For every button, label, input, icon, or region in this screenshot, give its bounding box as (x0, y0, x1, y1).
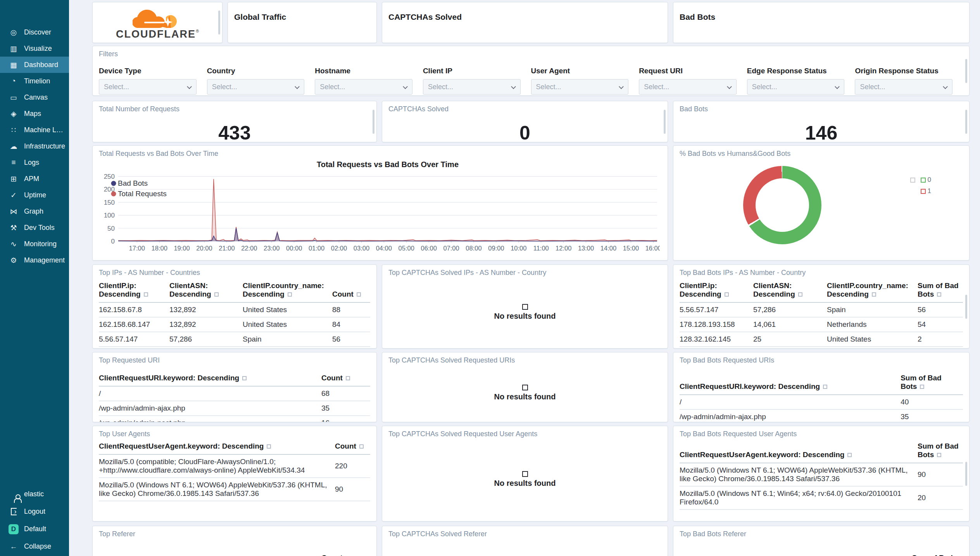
logs-lines-icon: ≡ (9, 158, 19, 167)
data-table: ClientRequestUserAgent.keyword: Descendi… (680, 440, 963, 510)
svg-text:14:00: 14:00 (600, 245, 616, 252)
panel-scrollbar[interactable] (373, 110, 374, 134)
data-table: ClientRequestUserAgent.keyword: Descendi… (99, 440, 370, 501)
svg-text:04:00: 04:00 (376, 245, 392, 252)
filter-select-user-agent[interactable]: Select... (531, 79, 629, 95)
sidebar-footer-elastic[interactable]: elastic (0, 485, 69, 503)
filter-field-edge-response-status: Edge Response StatusSelect... (747, 67, 845, 95)
sidebar-item-canvas[interactable]: ▭Canvas (0, 89, 69, 105)
sidebar-footer-logout[interactable]: Logout (0, 503, 69, 520)
column-header-count[interactable]: Count (332, 280, 370, 302)
sidebar-item-infrastructure[interactable]: ☁Infrastructure (0, 138, 69, 154)
panel-scrollbar[interactable] (965, 462, 967, 486)
sidebar-item-graph[interactable]: ⋈Graph (0, 203, 69, 219)
top-bad-bots-ips-as-number-country-panel: Top Bad Bots IPs - AS Number - CountryCl… (673, 264, 970, 349)
table-cell: United States (827, 332, 918, 347)
column-header-keyword[interactable] (99, 552, 321, 556)
filter-square-icon[interactable] (288, 292, 292, 297)
sidebar-item-uptime[interactable]: ✓Uptime (0, 187, 69, 203)
sidebar-item-timelion[interactable]: ◔Timelion (0, 73, 69, 89)
sidebar-footer-label: elastic (24, 490, 44, 498)
filter-square-icon[interactable] (725, 292, 729, 297)
filter-square-icon[interactable] (847, 453, 852, 457)
column-header-sum-of-bad-bots[interactable]: Sum of Bad Bots (918, 440, 963, 463)
table-cell: 16 (321, 416, 370, 422)
filter-select-country[interactable]: Select... (207, 79, 305, 95)
filter-select-origin-response-status[interactable]: Select... (855, 79, 952, 95)
column-header-clientrequesturi-keyword[interactable]: ClientRequestURI.keyword: Descending (99, 372, 321, 386)
requests-vs-badbots-area-chart[interactable]: Total Requests vs Bad Bots Over Time0501… (99, 158, 661, 254)
legend-swatch-0[interactable] (921, 178, 926, 183)
filter-square-icon[interactable] (144, 292, 148, 297)
column-header-sum-of-bad-bots[interactable]: Sum of Bad Bots (901, 372, 963, 395)
sidebar-item-visualize[interactable]: ▥Visualize (0, 40, 69, 57)
filter-select-device-type[interactable]: Select... (99, 79, 197, 95)
captchas-solved-value: 0 (382, 122, 668, 142)
sidebar-item-apm[interactable]: ⊞APM (0, 171, 69, 187)
column-header-clientip-ip[interactable]: ClientIP.ip: Descending (680, 280, 753, 302)
filter-select-client-ip[interactable]: Select... (423, 79, 521, 95)
filter-square-icon[interactable] (937, 453, 941, 457)
panel-title: Top Bad Bots Requested URIs (680, 356, 963, 364)
column-header-clientrequestuseragent-keyword[interactable]: ClientRequestUserAgent.keyword: Descendi… (680, 440, 918, 463)
table-row: 5.56.57.14757,286Spain56 (680, 302, 963, 317)
sidebar-item-discover[interactable]: ◎Discover (0, 24, 69, 40)
sidebar-item-maps[interactable]: ◈Maps (0, 105, 69, 122)
filter-select-hostname[interactable]: Select... (315, 79, 412, 95)
column-header-sum-of-bad-bots[interactable]: Sum of Bad Bots (918, 280, 963, 302)
sidebar-item-machine-le-[interactable]: ∷Machine Le… (0, 122, 69, 138)
column-header-count[interactable]: Count (321, 372, 370, 386)
panel-scrollbar[interactable] (664, 110, 666, 134)
filter-square-icon[interactable] (267, 444, 271, 449)
filter-square-icon[interactable] (798, 292, 802, 297)
column-header-clientasn[interactable]: ClientASN: Descending (753, 280, 827, 302)
panel-scrollbar[interactable] (965, 295, 967, 319)
canvas-frame-icon: ▭ (9, 93, 19, 102)
column-header-clientip-country-name[interactable]: ClientIP.country_name: Descending (243, 280, 332, 302)
column-header-keyword[interactable] (680, 552, 912, 556)
column-header-clientrequesturi-keyword[interactable]: ClientRequestURI.keyword: Descending (680, 372, 901, 395)
top-referer-panel: Top RefererCount (92, 526, 377, 556)
cloudflare-logo: CLOUDFLARE® (116, 5, 199, 40)
panel-scrollbar[interactable] (965, 110, 967, 134)
panel-scrollbar[interactable] (965, 59, 967, 83)
filter-square-icon[interactable] (346, 376, 350, 380)
sidebar-item-dev-tools[interactable]: ⚒Dev Tools (0, 219, 69, 236)
filter-select-edge-response-status[interactable]: Select... (747, 79, 845, 95)
filter-fields: Device TypeSelect...CountrySelect...Host… (99, 67, 963, 95)
chevron-down-icon (295, 84, 300, 89)
filter-square-icon[interactable] (937, 292, 941, 297)
filter-square-icon[interactable] (920, 385, 924, 389)
column-header-clientasn[interactable]: ClientASN: Descending (169, 280, 243, 302)
sidebar-item-monitoring[interactable]: ∿Monitoring (0, 236, 69, 252)
column-header-count[interactable]: Count (335, 440, 370, 454)
sidebar-item-management[interactable]: ⚙Management (0, 252, 69, 268)
column-header-clientrequestuseragent-keyword[interactable]: ClientRequestUserAgent.keyword: Descendi… (99, 440, 335, 454)
sidebar-item-dashboard[interactable]: ▦Dashboard (0, 57, 69, 73)
legend-swatch-unlabeled[interactable] (910, 178, 915, 183)
sidebar-item-logs[interactable]: ≡Logs (0, 154, 69, 171)
badbots-donut-chart[interactable] (743, 166, 821, 244)
panel-title: Top Bad Bots IPs - AS Number - Country (680, 269, 963, 277)
table-row: 178.128.193.15814,061Netherlands54 (680, 317, 963, 332)
filter-square-icon[interactable] (214, 292, 219, 297)
filter-square-icon[interactable] (357, 292, 361, 297)
filter-square-icon[interactable] (242, 376, 247, 380)
column-header-sum-of-bad-bots[interactable]: Sum of Bad Bots (912, 552, 963, 556)
column-header-clientip-country-name[interactable]: ClientIP.country_name: Descending (827, 280, 918, 302)
column-header-count[interactable]: Count (321, 552, 370, 556)
table-row: Mozilla/5.0 (Windows NT 6.1; WOW64) Appl… (680, 463, 963, 486)
column-header-clientip-ip[interactable]: ClientIP.ip: Descending (99, 280, 169, 302)
data-table-stub: Sum of Bad Bots (680, 552, 963, 556)
panel-scrollbar[interactable] (218, 10, 220, 35)
filter-select-request-uri[interactable]: Select... (639, 79, 737, 95)
filter-square-icon[interactable] (872, 292, 876, 297)
sidebar-item-label: Graph (24, 207, 43, 216)
sidebar-footer-default[interactable]: DDefault (0, 520, 69, 538)
legend-swatch-1[interactable] (921, 189, 926, 194)
svg-text:09:00: 09:00 (488, 245, 504, 252)
panel-title: Top Referer (99, 530, 370, 538)
sidebar-footer-collapse[interactable]: ←Collapse (0, 538, 69, 555)
filter-square-icon[interactable] (359, 444, 364, 449)
filter-square-icon[interactable] (823, 385, 827, 389)
